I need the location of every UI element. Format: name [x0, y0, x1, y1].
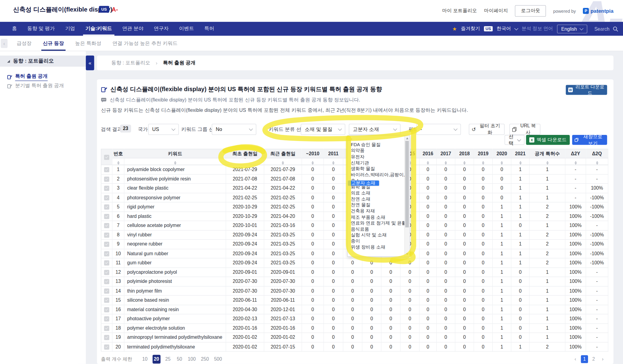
country-select[interactable]: US	[148, 124, 179, 135]
nav-item-1[interactable]: 홈	[12, 22, 17, 36]
dropdown-option[interactable]: 유전자	[348, 154, 405, 160]
dropdown-option[interactable]: FDA 승인 물질	[348, 142, 405, 148]
search-input[interactable]: Search	[591, 26, 618, 32]
column-header-19[interactable]: Δ2Q	[586, 149, 608, 158]
sort-control[interactable]	[302, 158, 324, 165]
row-checkbox[interactable]	[104, 167, 109, 172]
sort-control[interactable]	[529, 158, 565, 165]
analysis-language-select[interactable]: English	[557, 24, 587, 33]
row-checkbox[interactable]	[104, 288, 109, 294]
column-header-3[interactable]: 최초 출현일	[226, 149, 264, 158]
sort-control[interactable]	[492, 158, 511, 165]
dropdown-option[interactable]: 신체기관	[348, 160, 405, 166]
subtab-2[interactable]: 신규 등장	[43, 36, 64, 51]
column-header-4[interactable]: 최근 출현일	[264, 149, 302, 158]
row-checkbox[interactable]	[104, 326, 109, 331]
row-checkbox[interactable]	[104, 345, 109, 350]
nav-item-5[interactable]: 연관 분야	[122, 22, 144, 36]
logout-button[interactable]: 로그아웃	[515, 5, 546, 17]
report-download-button[interactable]: W 리포트 다운로드	[566, 85, 607, 95]
column-header-15[interactable]: 2020	[492, 149, 511, 158]
dropdown-option[interactable]: 음식료품	[348, 226, 405, 232]
my-page-link[interactable]: 마이페이지	[484, 8, 508, 14]
select-all-checkbox[interactable]	[104, 155, 109, 160]
dropdown-option[interactable]: 고분자 소재	[348, 180, 379, 186]
page-size-50[interactable]: 50	[176, 355, 183, 364]
column-header-6[interactable]: 2011	[324, 149, 343, 158]
row-checkbox[interactable]	[104, 298, 109, 303]
page-button-2[interactable]: 2	[590, 355, 597, 363]
row-checkbox[interactable]	[104, 251, 109, 256]
filter-reset-button[interactable]: ↺ 필터 초기화	[469, 124, 505, 135]
row-checkbox[interactable]	[104, 223, 109, 228]
column-header-18[interactable]: Δ2Y	[565, 149, 586, 158]
dropdown-option[interactable]: 의료 소재	[348, 190, 405, 196]
subtab-1[interactable]: 급성장	[17, 36, 32, 51]
row-checkbox[interactable]	[104, 307, 109, 312]
sort-control[interactable]	[455, 158, 474, 165]
row-checkbox[interactable]	[104, 335, 109, 340]
dropdown-option[interactable]: 종이	[348, 238, 405, 244]
nav-item-7[interactable]: 이벤트	[179, 22, 194, 36]
dropdown-option[interactable]: 바이러스,박테리아,곰팡이,미생물	[348, 172, 405, 178]
sort-control[interactable]	[226, 158, 264, 165]
dropdown-scrollbar[interactable]	[405, 136, 410, 256]
dropdown-option[interactable]: 천연 물질	[348, 202, 405, 208]
row-checkbox[interactable]	[104, 242, 109, 247]
sort-control[interactable]	[511, 158, 529, 165]
dropdown-option[interactable]: 의약품	[348, 148, 405, 154]
tab-scroll-left-button[interactable]: ‹	[1, 39, 8, 48]
page-size-20[interactable]: 20	[152, 355, 160, 364]
sort-control[interactable]	[264, 158, 302, 165]
dropdown-option[interactable]: 천연 소재	[348, 196, 405, 202]
excel-download-button[interactable]: X 엑셀 다운로드	[526, 135, 570, 145]
sort-control[interactable]	[112, 158, 124, 165]
column-header-1[interactable]: 번호	[112, 149, 124, 158]
column-header-5[interactable]: ~2010	[302, 149, 324, 158]
row-checkbox[interactable]	[104, 186, 109, 191]
page-size-10[interactable]: 10	[141, 355, 149, 364]
language-selector[interactable]: 한국어	[497, 26, 511, 32]
sort-control[interactable]	[474, 158, 492, 165]
row-checkbox[interactable]	[104, 279, 109, 284]
nav-item-4[interactable]: 기술:키워드	[85, 22, 112, 36]
scroll-down-icon[interactable]	[405, 252, 410, 256]
sort-control[interactable]	[124, 158, 226, 165]
sort-control[interactable]	[419, 158, 437, 165]
nav-item-3[interactable]: 기업	[65, 22, 75, 36]
my-portfolio-link[interactable]: 마이 포트폴리오	[442, 8, 477, 14]
page-size-100[interactable]: 100	[187, 355, 197, 364]
column-header-2[interactable]: 키워드	[124, 149, 226, 158]
scroll-up-icon[interactable]	[405, 136, 410, 141]
sidebar-item-1[interactable]: 특허 출원 공개	[7, 73, 48, 81]
row-checkbox[interactable]	[104, 195, 109, 200]
row-checkbox[interactable]	[104, 232, 109, 238]
column-header-12[interactable]: 2017	[437, 149, 455, 158]
open-new-window-button[interactable]: 새창으로 보기	[572, 135, 607, 145]
dropdown-option[interactable]: 실험 시약 및 소재	[348, 232, 405, 238]
scrollbar-thumb[interactable]	[405, 141, 409, 228]
page-button-1[interactable]: 1	[581, 355, 588, 363]
keyword-group-select[interactable]: No	[212, 124, 256, 135]
favorite-button[interactable]: 즐겨찾기	[461, 26, 480, 32]
page-size-25[interactable]: 25	[164, 355, 172, 364]
page-size-250[interactable]: 250	[200, 355, 210, 364]
row-checkbox[interactable]	[104, 204, 109, 210]
column-header-17[interactable]: 공개 특허수	[529, 149, 565, 158]
dropdown-option[interactable]: 건축용 자재	[348, 208, 405, 214]
column-header-14[interactable]: 2019	[474, 149, 492, 158]
filter-select[interactable]: -	[416, 124, 461, 135]
keyword-subclass-select[interactable]: 고분자 소재	[349, 124, 401, 135]
dropdown-option[interactable]: 생화학 물질	[348, 166, 405, 172]
row-checkbox[interactable]	[104, 214, 109, 219]
nav-item-6[interactable]: 연구자	[154, 22, 169, 36]
subtab-4[interactable]: 연결 가능성 높은 추천 키워드	[113, 36, 178, 51]
nav-item-8[interactable]: 특허	[204, 22, 214, 36]
dropdown-option[interactable]: 연료와 연료 첨가제 및 윤활유	[348, 220, 405, 226]
nav-item-2[interactable]: 동향 및 평가	[27, 22, 55, 36]
next-page-button[interactable]: ›	[599, 355, 607, 363]
dropdown-option[interactable]: 제조 부품용 소재	[348, 214, 405, 220]
breadcrumb-parent[interactable]: 동향 : 포트폴리오	[111, 60, 150, 66]
column-header-16[interactable]: 2021	[511, 149, 529, 158]
keyword-class-select[interactable]: 소재 및 물질	[301, 124, 345, 135]
